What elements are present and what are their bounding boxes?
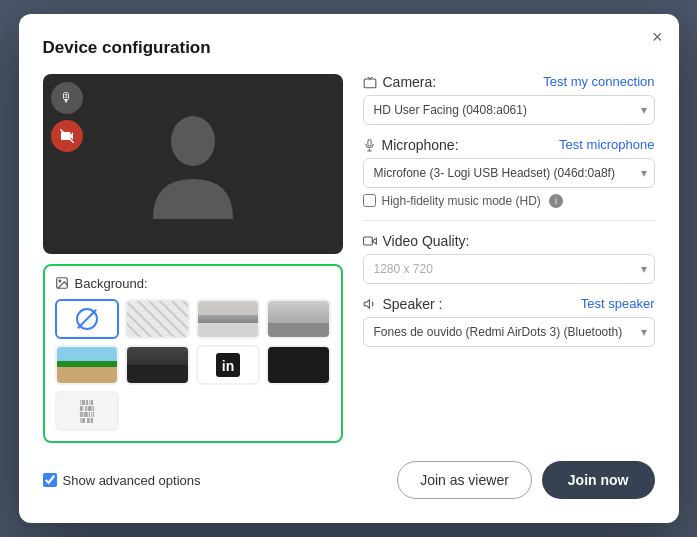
- none-icon: [76, 308, 98, 330]
- dark-preview: [268, 347, 329, 383]
- device-config-dialog: Device configuration × 🎙: [19, 14, 679, 524]
- speaker-select[interactable]: Fones de ouvido (Redmi AirDots 3) (Bluet…: [363, 317, 655, 347]
- show-advanced-checkbox[interactable]: [43, 473, 57, 487]
- hd-mode-row: High-fidelity music mode (HD) i: [363, 194, 655, 208]
- svg-point-0: [171, 116, 215, 166]
- microphone-label-left: Microphone:: [363, 137, 459, 153]
- speaker-icon: [363, 297, 377, 311]
- bg-item-office[interactable]: [196, 299, 261, 339]
- bg-item-text[interactable]: |||||| |||||| ||||||||||||||| |||||| |||…: [55, 391, 120, 431]
- speaker-select-wrapper: Fones de ouvido (Redmi AirDots 3) (Bluet…: [363, 317, 655, 347]
- microphone-label-row: Microphone: Test microphone: [363, 137, 655, 153]
- speaker-label: Speaker :: [383, 296, 443, 312]
- hd-info-icon[interactable]: i: [549, 194, 563, 208]
- beach-preview: [57, 347, 118, 383]
- camera-label: Camera:: [383, 74, 437, 90]
- camera-toggle-button[interactable]: [51, 120, 83, 152]
- background-icon: [55, 276, 69, 290]
- city-preview: [127, 347, 188, 383]
- bg-item-blur[interactable]: [125, 299, 190, 339]
- content-layout: 🎙 Backgrou: [43, 74, 655, 444]
- microphone-label: Microphone:: [382, 137, 459, 153]
- video-controls: 🎙: [51, 82, 83, 152]
- join-as-viewer-button[interactable]: Join as viewer: [397, 461, 532, 499]
- speaker-label-row: Speaker : Test speaker: [363, 296, 655, 312]
- svg-rect-6: [364, 79, 376, 88]
- office-preview: [198, 301, 259, 337]
- right-panel: Camera: Test my connection HD User Facin…: [363, 74, 655, 444]
- background-label: Background:: [75, 276, 148, 291]
- test-microphone-link[interactable]: Test microphone: [559, 137, 654, 152]
- camera-label-left: Camera:: [363, 74, 437, 90]
- svg-point-3: [59, 280, 61, 282]
- svg-rect-7: [367, 139, 370, 146]
- svg-text:in: in: [222, 358, 234, 374]
- bg-item-beach[interactable]: [55, 345, 120, 385]
- divider: [363, 220, 655, 221]
- close-button[interactable]: ×: [652, 28, 663, 46]
- camera-setting: Camera: Test my connection HD User Facin…: [363, 74, 655, 125]
- svg-rect-11: [363, 236, 372, 244]
- show-advanced-row: Show advanced options: [43, 473, 201, 488]
- bg-item-city[interactable]: [125, 345, 190, 385]
- footer: Show advanced options Join as viewer Joi…: [43, 461, 655, 499]
- svg-marker-10: [372, 238, 376, 244]
- dialog-title: Device configuration: [43, 38, 655, 58]
- video-quality-select-wrapper: 1280 x 720 ▾: [363, 254, 655, 284]
- speaker-label-left: Speaker :: [363, 296, 443, 312]
- speaker-setting: Speaker : Test speaker Fones de ouvido (…: [363, 296, 655, 347]
- camera-icon: [363, 75, 377, 89]
- bg-item-dark[interactable]: [266, 345, 331, 385]
- microphone-select-wrapper: Microfone (3- Logi USB Headset) (046d:0a…: [363, 158, 655, 188]
- background-grid: in |||||| |||||| ||||||||||||||| |||||| …: [55, 299, 331, 432]
- video-quality-label-row: Video Quality:: [363, 233, 655, 249]
- camera-select-wrapper: HD User Facing (0408:a061) ▾: [363, 95, 655, 125]
- hd-mode-label: High-fidelity music mode (HD): [382, 194, 541, 208]
- video-quality-select[interactable]: 1280 x 720: [363, 254, 655, 284]
- camera-label-row: Camera: Test my connection: [363, 74, 655, 90]
- video-quality-label-left: Video Quality:: [363, 233, 470, 249]
- camera-select[interactable]: HD User Facing (0408:a061): [363, 95, 655, 125]
- show-advanced-label: Show advanced options: [63, 473, 201, 488]
- join-now-button[interactable]: Join now: [542, 461, 655, 499]
- blur-preview: [127, 301, 188, 337]
- avatar-silhouette: [148, 109, 238, 219]
- microphone-setting: Microphone: Test microphone Microfone (3…: [363, 137, 655, 208]
- background-section: Background:: [43, 264, 343, 444]
- hd-mode-checkbox[interactable]: [363, 194, 376, 207]
- test-connection-link[interactable]: Test my connection: [543, 74, 654, 89]
- text-preview: |||||| |||||| ||||||||||||||| |||||| |||…: [57, 393, 118, 429]
- microphone-select[interactable]: Microfone (3- Logi USB Headset) (046d:0a…: [363, 158, 655, 188]
- bg-item-none[interactable]: [55, 299, 120, 339]
- video-quality-label: Video Quality:: [383, 233, 470, 249]
- svg-marker-12: [364, 299, 369, 307]
- logo-preview: in: [198, 347, 259, 383]
- test-speaker-link[interactable]: Test speaker: [581, 296, 655, 311]
- left-panel: 🎙 Backgrou: [43, 74, 343, 444]
- microphone-icon: [363, 138, 376, 152]
- background-header: Background:: [55, 276, 331, 291]
- microphone-toggle-button[interactable]: 🎙: [51, 82, 83, 114]
- bg-item-mountain[interactable]: [266, 299, 331, 339]
- bg-item-logo[interactable]: in: [196, 345, 261, 385]
- mountain-preview: [268, 301, 329, 337]
- video-preview: 🎙: [43, 74, 343, 254]
- video-quality-setting: Video Quality: 1280 x 720 ▾: [363, 233, 655, 284]
- footer-buttons: Join as viewer Join now: [397, 461, 654, 499]
- video-quality-icon: [363, 234, 377, 248]
